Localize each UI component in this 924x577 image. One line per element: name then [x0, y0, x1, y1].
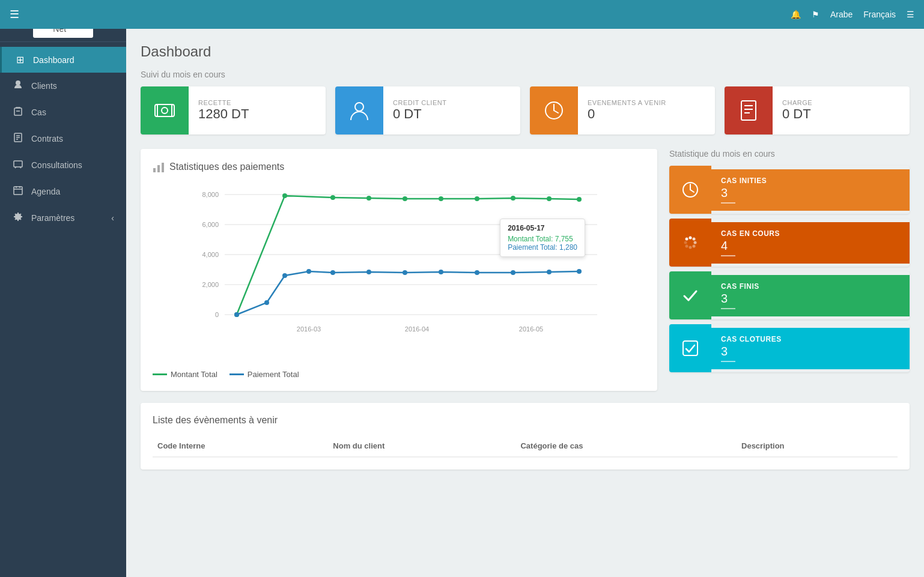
- svg-rect-77: [683, 341, 698, 355]
- menu-icon[interactable]: ☰: [907, 10, 914, 19]
- chart-card: Statistiques des paiements 8,000 6,000 4…: [141, 149, 657, 391]
- col-categorie: Catégorie de cas: [515, 435, 737, 457]
- sidebar-item-label: Paramètres: [31, 213, 74, 223]
- svg-point-45: [282, 193, 287, 198]
- svg-point-47: [366, 196, 371, 201]
- col-description: Description: [737, 435, 898, 457]
- sidebar-item-agenda[interactable]: Agenda: [0, 178, 126, 205]
- payment-chart: 8,000 6,000 4,000 2,000 0 2016-03 2016-0…: [153, 183, 645, 351]
- sidebar-item-clients[interactable]: Clients: [0, 73, 126, 99]
- svg-text:2016-03: 2016-03: [297, 325, 321, 333]
- sidebar-item-consultations[interactable]: Consultations: [0, 152, 126, 178]
- sidebar-item-label: Agenda: [31, 187, 60, 196]
- cas-inities-value: 3: [721, 186, 900, 200]
- recette-icon: [141, 86, 189, 134]
- legend-montant: Montant Total: [153, 370, 217, 379]
- svg-point-75: [684, 241, 687, 244]
- lang-arabic[interactable]: Arabe: [830, 10, 853, 19]
- cas-clotures-body: CAS CLOTURES 3: [711, 328, 910, 369]
- chart-wrapper: 8,000 6,000 4,000 2,000 0 2016-03 2016-0…: [153, 183, 645, 363]
- svg-point-63: [511, 270, 515, 275]
- sidebar-item-cas[interactable]: Cas: [0, 99, 126, 125]
- bell-icon[interactable]: 🔔: [791, 10, 801, 19]
- cas-inities-body: CAS INITIES 3: [711, 169, 910, 211]
- svg-rect-29: [157, 165, 160, 172]
- spinner-icon: [681, 233, 700, 252]
- evenements-label: EVENEMENTS A VENIR: [588, 99, 666, 106]
- main-content: Dashboard Suivi du mois en cours RECETTE…: [126, 29, 924, 577]
- nav-left: ☰: [10, 8, 19, 21]
- svg-text:8,000: 8,000: [202, 191, 219, 198]
- svg-point-52: [547, 196, 552, 201]
- sidebar-item-label: Clients: [31, 81, 57, 91]
- flag-icon[interactable]: ⚑: [812, 10, 819, 19]
- cas-en-cours-label: CAS EN COURS: [721, 229, 900, 238]
- sidebar-item-dashboard[interactable]: ⊞ Dashboard: [0, 47, 126, 73]
- money-icon: [154, 100, 175, 121]
- chart-legend: Montant Total Paiement Total: [153, 370, 645, 379]
- lang-french[interactable]: Français: [863, 10, 896, 19]
- svg-rect-24: [741, 101, 756, 120]
- tooltip-date: 2016-05-17: [508, 224, 577, 232]
- svg-point-58: [330, 270, 335, 275]
- svg-point-72: [693, 245, 696, 248]
- recette-label: RECETTE: [198, 99, 249, 106]
- stat-card-credit: CREDIT CLIENT 0 DT: [335, 86, 520, 134]
- charge-value: 0 DT: [782, 106, 812, 122]
- svg-rect-11: [14, 161, 22, 167]
- sidebar-item-parametres[interactable]: Paramètres ‹: [0, 205, 126, 231]
- svg-point-49: [439, 196, 443, 201]
- cas-inities-icon: [669, 166, 711, 214]
- cas-clotures-icon: [669, 324, 711, 372]
- svg-text:6,000: 6,000: [202, 221, 219, 228]
- svg-point-62: [475, 270, 479, 275]
- cas-finis-value: 3: [721, 292, 900, 306]
- hamburger-icon[interactable]: ☰: [10, 8, 19, 21]
- right-stats: Statistique du mois en cours CAS INITIES…: [669, 149, 910, 391]
- svg-point-71: [694, 241, 697, 244]
- sidebar-item-label: Contrats: [31, 134, 63, 143]
- svg-point-50: [475, 196, 479, 201]
- stat-cas-inities: CAS INITIES 3: [669, 166, 910, 214]
- dashboard-icon: ⊞: [14, 54, 26, 65]
- col-nom-client: Nom du client: [328, 435, 515, 457]
- stat-card-evenements: EVENEMENTS A VENIR 0: [530, 86, 715, 134]
- svg-text:2016-04: 2016-04: [405, 325, 429, 333]
- svg-text:2,000: 2,000: [202, 281, 219, 288]
- svg-point-74: [685, 245, 688, 248]
- sidebar-item-label: Cas: [31, 107, 46, 117]
- cas-finis-label: CAS FINIS: [721, 282, 900, 291]
- cas-clotures-label: CAS CLOTURES: [721, 335, 900, 343]
- svg-point-4: [16, 80, 20, 85]
- svg-text:0: 0: [215, 311, 219, 318]
- chart-title: Statistiques des paiements: [153, 161, 645, 173]
- sidebar: Avoca Net ⊞ Dashboard Clients Cas: [0, 0, 126, 577]
- cas-en-cours-icon: [669, 219, 711, 267]
- sidebar-item-contrats[interactable]: Contrats: [0, 125, 126, 152]
- tooltip-paiement: Paiement Total: 1,280: [508, 243, 577, 252]
- montant-legend-line: [153, 373, 167, 375]
- svg-point-70: [693, 238, 696, 241]
- credit-body: CREDIT CLIENT 0 DT: [383, 92, 456, 129]
- svg-point-54: [234, 312, 239, 317]
- col-code-interne: Code Interne: [153, 435, 328, 457]
- parametres-left: Paramètres: [12, 212, 74, 224]
- clock-icon: [543, 100, 565, 121]
- svg-point-20: [355, 103, 363, 111]
- section-label: Suivi du mois en cours: [141, 70, 910, 79]
- svg-point-55: [264, 300, 269, 305]
- svg-point-61: [439, 270, 443, 274]
- svg-point-64: [547, 270, 552, 274]
- chevron-left-icon: ‹: [111, 213, 114, 223]
- table-header: Code Interne Nom du client Catégorie de …: [153, 435, 898, 457]
- stat-cas-clotures: CAS CLOTURES 3: [669, 324, 910, 372]
- evenements-value: 0: [588, 106, 666, 122]
- cas-finis-icon: [669, 271, 711, 319]
- top-navigation: ☰ 🔔 ⚑ Arabe Français ☰: [0, 0, 924, 29]
- svg-line-23: [554, 110, 558, 113]
- cas-en-cours-body: CAS EN COURS 4: [711, 222, 910, 264]
- credit-value: 0 DT: [393, 106, 446, 122]
- cas-clotures-value: 3: [721, 345, 900, 358]
- cas-inities-line: [721, 202, 735, 204]
- cas-icon: [12, 106, 24, 118]
